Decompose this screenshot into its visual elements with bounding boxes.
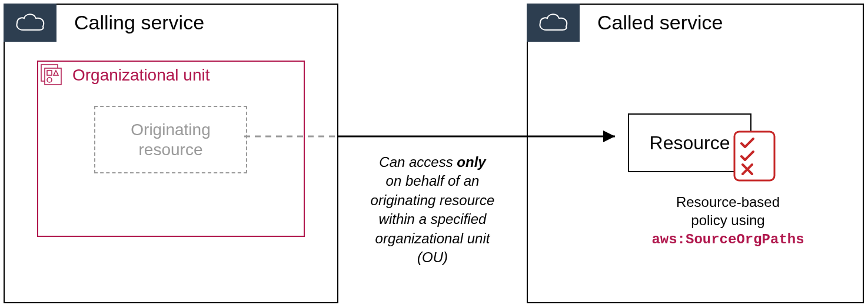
ou-icon bbox=[37, 61, 66, 90]
caption-line4: within a specified bbox=[379, 211, 487, 227]
ou-title: Organizational unit bbox=[72, 66, 209, 85]
policy-line2: policy using bbox=[691, 212, 764, 228]
caption-line5: organizational unit bbox=[375, 230, 490, 246]
called-service-panel: Called service Resource Resource-based p… bbox=[527, 4, 864, 303]
panel-header: Called service bbox=[527, 4, 723, 42]
policy-condition-key: aws:SourceOrgPaths bbox=[651, 232, 804, 247]
caption-line1a: Can access bbox=[379, 154, 457, 170]
policy-line1: Resource-based bbox=[676, 194, 780, 210]
cloud-icon-box bbox=[527, 4, 580, 42]
calling-service-panel: Calling service Organizational unit Orig… bbox=[4, 4, 338, 303]
ou-header: Organizational unit bbox=[37, 61, 209, 90]
originating-resource-box: Originating resource bbox=[94, 106, 247, 173]
access-description: Can access only on behalf of an originat… bbox=[344, 153, 521, 267]
cloud-icon bbox=[536, 11, 571, 35]
caption-line1b: only bbox=[457, 154, 485, 170]
panel-header: Calling service bbox=[4, 4, 204, 42]
originating-resource-label: Originating resource bbox=[131, 120, 210, 159]
policy-caption: Resource-based policy using aws:SourceOr… bbox=[613, 193, 843, 249]
called-service-title: Called service bbox=[597, 11, 723, 34]
cloud-icon-box bbox=[4, 4, 56, 42]
calling-service-title: Calling service bbox=[74, 11, 204, 34]
caption-line6: (OU) bbox=[417, 249, 448, 265]
cloud-icon bbox=[12, 11, 48, 35]
caption-line2: on behalf of an bbox=[386, 173, 480, 189]
caption-line3: originating resource bbox=[371, 192, 495, 208]
resource-label: Resource bbox=[650, 132, 730, 154]
organizational-unit-box: Organizational unit Originating resource bbox=[37, 61, 305, 237]
policy-checklist-icon bbox=[731, 128, 778, 186]
